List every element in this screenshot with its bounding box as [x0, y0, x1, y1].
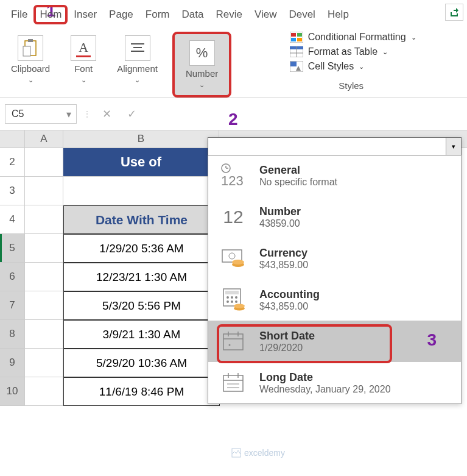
svg-rect-10	[297, 38, 302, 41]
cell-b10[interactable]: 11/6/19 8:46 PM	[63, 377, 220, 406]
menu-formulas[interactable]: Form	[139, 6, 176, 23]
select-all-corner[interactable]	[0, 130, 25, 147]
share-button[interactable]	[445, 4, 463, 21]
name-box-value: C5	[12, 108, 24, 119]
cell-a4[interactable]	[25, 205, 63, 234]
svg-point-22	[229, 253, 235, 259]
cell-a6[interactable]	[25, 263, 63, 291]
cell-styles-button[interactable]: Cell Styles⌄	[290, 61, 365, 72]
svg-point-34	[234, 304, 245, 308]
menu-insert[interactable]: Inser	[68, 6, 103, 23]
number-format-dropdown: ▾ 123 General No specific format 12 Numb…	[208, 137, 462, 404]
watermark-icon	[231, 448, 241, 458]
menu-view[interactable]: View	[248, 6, 283, 23]
cell-b9[interactable]: 5/29/20 10:36 AM	[63, 349, 220, 377]
font-icon: A	[71, 35, 96, 61]
cell-b5[interactable]: 1/29/20 5:36 AM	[63, 234, 220, 263]
menu-home[interactable]: Hom	[33, 5, 68, 24]
cell-b3[interactable]	[63, 177, 219, 205]
menu-data[interactable]: Data	[175, 6, 209, 23]
svg-point-27	[226, 296, 229, 299]
cell-b7[interactable]: 5/3/20 5:56 PM	[63, 291, 220, 320]
watermark: exceldemy	[231, 448, 285, 458]
format-as-table-button[interactable]: Format as Table⌄	[290, 46, 388, 57]
accounting-icon	[218, 286, 248, 313]
chevron-down-icon: ⌄	[135, 76, 140, 84]
number-icon: 12	[218, 204, 248, 230]
cell-b4-header[interactable]: Date With Time	[63, 205, 220, 234]
format-option-accounting[interactable]: Accounting $43,859.00	[208, 279, 461, 321]
cell-a9[interactable]	[25, 349, 63, 377]
column-header-b[interactable]: B	[63, 130, 219, 147]
format-option-number[interactable]: 12 Number 43859.00	[208, 196, 461, 238]
format-subtitle: 43859.00	[259, 218, 301, 229]
svg-rect-2	[23, 46, 30, 56]
row-header-4[interactable]: 4	[0, 205, 25, 234]
confirm-formula-button[interactable]: ✓	[122, 107, 141, 121]
calendar-icon	[218, 369, 248, 396]
row-header-6[interactable]: 6	[0, 263, 25, 291]
svg-text:123: 123	[221, 173, 244, 188]
row-header-10[interactable]: 10	[0, 377, 25, 406]
svg-point-31	[231, 300, 233, 303]
row-header-7[interactable]: 7	[0, 291, 25, 320]
number-format-button[interactable]: % Number ⌄	[180, 37, 224, 93]
chevron-down-icon[interactable]: ▾	[446, 138, 461, 155]
menu-developer[interactable]: Devel	[283, 6, 321, 23]
format-as-table-label: Format as Table	[308, 46, 377, 57]
menu-file[interactable]: File	[5, 6, 33, 23]
format-option-general[interactable]: 123 General No specific format	[208, 155, 461, 196]
row-header-9[interactable]: 9	[0, 349, 25, 377]
cell-b6[interactable]: 12/23/21 1:30 AM	[63, 263, 220, 291]
svg-rect-26	[225, 291, 239, 294]
row-header-3[interactable]: 3	[0, 177, 25, 205]
number-format-combobox[interactable]: ▾	[208, 137, 462, 155]
cell-a3[interactable]	[25, 177, 63, 205]
alignment-button[interactable]: Alignment ⌄	[111, 32, 164, 88]
svg-rect-8	[297, 33, 302, 37]
format-title: Number	[259, 205, 301, 218]
row-header-2[interactable]: 2	[0, 148, 25, 177]
svg-point-30	[226, 300, 229, 303]
number-format-list: 123 General No specific format 12 Number…	[208, 155, 461, 403]
cell-b8[interactable]: 3/9/21 1:30 AM	[63, 320, 220, 349]
svg-rect-16	[290, 62, 297, 66]
highlight-box	[217, 324, 392, 363]
conditional-formatting-icon	[290, 32, 303, 43]
menu-review[interactable]: Revie	[209, 6, 248, 23]
cell-b2-title[interactable]: Use of	[63, 148, 219, 177]
ribbon-group-font: A Font ⌄	[65, 32, 102, 98]
font-button[interactable]: A Font ⌄	[65, 32, 102, 88]
format-option-currency[interactable]: Currency $43,859.00	[208, 238, 461, 279]
column-header-a[interactable]: A	[25, 130, 63, 147]
share-icon	[449, 7, 459, 17]
svg-rect-1	[28, 39, 33, 42]
chevron-down-icon: ⌄	[28, 76, 33, 84]
number-format-input[interactable]	[208, 138, 446, 155]
name-box[interactable]: C5	[5, 104, 77, 124]
alignment-icon	[125, 35, 150, 61]
conditional-formatting-button[interactable]: Conditional Formatting⌄	[290, 32, 416, 43]
row-header-5[interactable]: 5	[0, 234, 25, 263]
cell-a5[interactable]	[25, 234, 63, 263]
svg-rect-9	[291, 38, 296, 41]
format-option-short-date[interactable]: Short Date 1/29/2020 3	[208, 321, 461, 362]
menu-help[interactable]: Help	[321, 6, 355, 23]
percent-icon: %	[189, 40, 215, 66]
currency-icon	[218, 245, 248, 272]
clipboard-button[interactable]: Clipboard ⌄	[5, 32, 56, 88]
cancel-formula-button[interactable]: ✕	[97, 107, 116, 121]
chevron-down-icon: ⌄	[81, 76, 86, 84]
format-subtitle: Wednesday, January 29, 2020	[259, 384, 391, 395]
cell-a7[interactable]	[25, 291, 63, 320]
menu-page[interactable]: Page	[103, 6, 139, 23]
cell-a8[interactable]	[25, 320, 63, 349]
formula-divider: ⋮	[83, 109, 91, 119]
row-header-8[interactable]: 8	[0, 320, 25, 349]
cell-a10[interactable]	[25, 377, 63, 406]
clipboard-label: Clipboard	[11, 63, 50, 74]
cell-a2[interactable]	[25, 148, 63, 177]
format-option-long-date[interactable]: Long Date Wednesday, January 29, 2020	[208, 362, 461, 403]
ribbon-group-number: % Number ⌄	[172, 32, 231, 98]
ribbon-group-styles: Conditional Formatting⌄ Format as Table⌄…	[240, 32, 462, 98]
